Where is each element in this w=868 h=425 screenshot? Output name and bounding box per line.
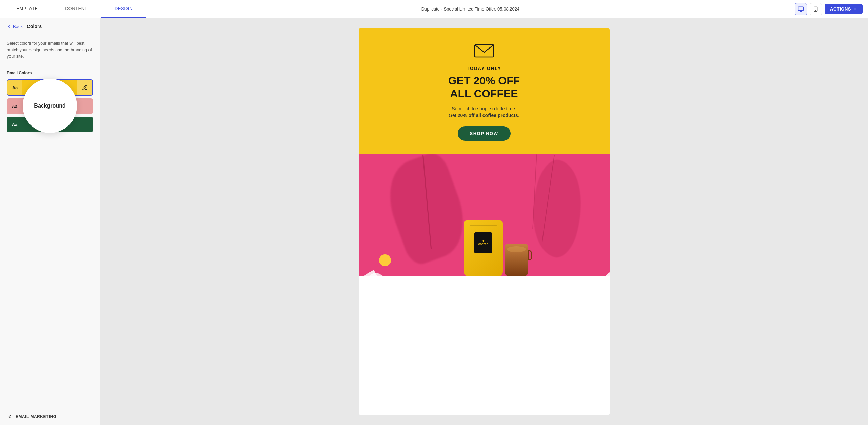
- tab-content[interactable]: CONTENT: [52, 0, 101, 18]
- back-button[interactable]: Back: [7, 24, 23, 29]
- email-product-section: ★COFFEE: [359, 154, 610, 276]
- color-aa-background: Aa: [7, 80, 22, 95]
- shop-now-button[interactable]: SHOP NOW: [458, 126, 511, 141]
- svg-point-2: [815, 10, 816, 11]
- sidebar: Back Colors Select colors for your email…: [0, 18, 100, 425]
- sidebar-header: Back Colors: [0, 18, 100, 35]
- sidebar-title: Colors: [27, 24, 42, 29]
- desktop-view-button[interactable]: [795, 3, 807, 15]
- color-aa-text: Aa: [7, 99, 22, 114]
- footer-label: EMAIL MARKETING: [16, 414, 57, 419]
- section-label: Email Colors: [7, 71, 93, 75]
- header-actions: ACTIONS: [795, 3, 868, 15]
- mobile-view-button[interactable]: [810, 3, 822, 15]
- coffee-cup-wrapper: [505, 244, 528, 276]
- top-navigation: TEMPLATE CONTENT DESIGN Duplicate - Spec…: [0, 0, 868, 18]
- color-aa-buttons: Aa: [7, 117, 22, 132]
- coffee-bag-wrapper: ★COFFEE: [464, 220, 503, 276]
- email-colors-section: Email Colors Aa Background: [0, 65, 100, 140]
- tab-template[interactable]: TEMPLATE: [0, 0, 52, 18]
- color-edit-background[interactable]: [77, 80, 92, 95]
- colors-area: Aa Background Aa Text: [7, 79, 93, 132]
- tab-design[interactable]: DESIGN: [101, 0, 146, 18]
- email-headline: GET 20% OFF ALL COFFEE: [448, 74, 520, 100]
- preview-area: TODAY ONLY GET 20% OFF ALL COFFEE So muc…: [100, 18, 868, 425]
- email-today-only: TODAY ONLY: [467, 66, 501, 71]
- email-subtext1: So much to shop, so little time.: [452, 106, 516, 111]
- email-subtext2: Get 20% off all coffee products.: [449, 113, 519, 118]
- sidebar-description: Select colors for your emails that will …: [0, 35, 100, 65]
- actions-button[interactable]: ACTIONS: [825, 4, 863, 14]
- background-popup-text: Background: [34, 103, 65, 109]
- page-title: Duplicate - Special Limited Time Offer, …: [146, 6, 795, 12]
- flowers-left: [359, 236, 413, 276]
- svg-rect-0: [798, 7, 804, 11]
- flowers-right: [549, 232, 610, 276]
- background-popup: Background: [23, 79, 77, 133]
- envelope-icon: [474, 42, 494, 59]
- main-layout: Back Colors Select colors for your email…: [0, 18, 868, 425]
- email-canvas: TODAY ONLY GET 20% OFF ALL COFFEE So muc…: [359, 28, 610, 415]
- pink-background: ★COFFEE: [359, 154, 610, 276]
- email-yellow-section: TODAY ONLY GET 20% OFF ALL COFFEE So muc…: [359, 28, 610, 154]
- email-marketing-footer[interactable]: EMAIL MARKETING: [0, 408, 100, 425]
- nav-tabs: TEMPLATE CONTENT DESIGN: [0, 0, 146, 18]
